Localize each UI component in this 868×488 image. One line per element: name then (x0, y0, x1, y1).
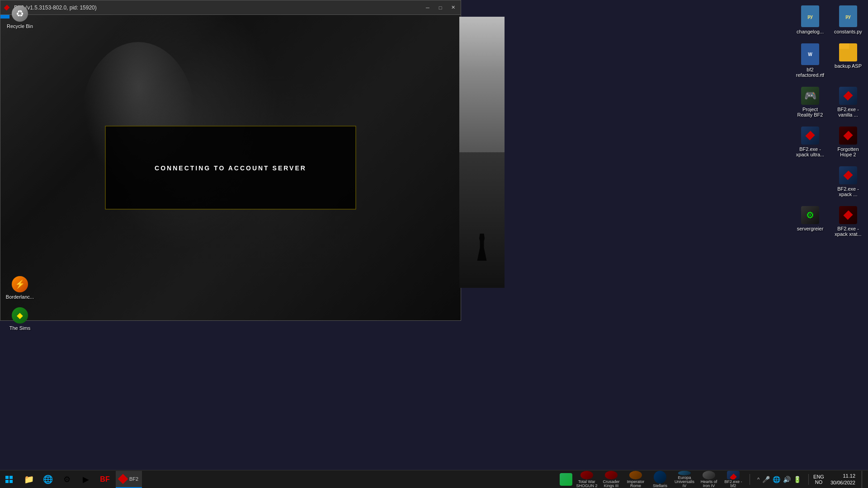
ck3-taskbar-label: Crusader Kings III (599, 480, 623, 488)
desktop-icon-bf2-xpack-xrat[interactable]: BF2.exe - xpack xrat... (832, 204, 864, 239)
side-preview-top (459, 17, 505, 152)
hoi4-taskbar-label: Hearts of Iron IV (697, 480, 721, 488)
shogun2-taskbar-icon (580, 471, 593, 479)
bf2-vanilla-label: BF2.exe - vanilla ... (834, 107, 863, 117)
clock-time: 11.12 (830, 473, 855, 479)
app5-icon: BF (100, 475, 109, 483)
imp-rome-taskbar-icon (629, 471, 642, 479)
taskbar-shogun2[interactable]: Total War SHOGUN 2 (575, 471, 599, 488)
backup-asp-icon (839, 43, 857, 61)
start-button[interactable] (0, 470, 18, 488)
desktop-icon-bf2-xpack-ultra[interactable]: BF2.exe - xpack ultra... (794, 125, 826, 159)
recycle-bin-label: Recycle Bin (7, 23, 33, 29)
bf2-xpack-xrat-label: BF2.exe - xpack xrat... (834, 226, 863, 237)
system-clock[interactable]: 11.12 30/06/2022 (827, 473, 859, 486)
terminal-icon: ▶ (83, 474, 89, 484)
desktop-icon-changelog[interactable]: py changelog... (794, 4, 826, 36)
bf2-exe-taskbar-icon (727, 471, 740, 479)
bf2-xpack-xrat-icon (839, 206, 857, 224)
window-titlebar[interactable]: BF2 (v1.5.3153-802.0, pid: 15920) ─ □ ✕ (0, 0, 461, 15)
lang-text: ENG NO (813, 474, 824, 485)
sims-label: The Sims (9, 325, 30, 331)
borderlands-icon: ⚡ (12, 276, 28, 292)
right-icons-row-3: 🎮 Project Reality BF2 BF2.exe - vanilla … (794, 85, 864, 119)
game-content: CONNECTING TO ACCOUNT SERVER (0, 15, 461, 320)
taskbar-edge-btn[interactable]: 🌐 (39, 471, 57, 488)
taskbar-bf2-exe[interactable]: BF2.exe - bf2 (722, 471, 745, 488)
taskbar-app5-btn[interactable]: BF (96, 471, 114, 488)
stellaris-taskbar-icon (654, 471, 666, 483)
proj-reality-icon: 🎮 (801, 87, 819, 105)
forgotten-hope2-icon (839, 127, 857, 145)
tray-divider (750, 474, 750, 485)
side-preview-panel (459, 17, 505, 288)
taskbar-imp-rome[interactable]: Imperator Rome (624, 471, 647, 488)
changelog-icon: py (801, 5, 819, 27)
bf2-window-label: BF2 (129, 476, 138, 482)
eu4-taskbar-label: Europa Universalis IV (673, 476, 696, 488)
loading-progress-bar (0, 15, 9, 19)
desktop-icon-servergreier[interactable]: ⚙ servergreier (794, 204, 826, 239)
desktop-icon-bf2-xpack[interactable]: BF2.exe - xpack ... (832, 164, 864, 199)
right-icons-row-1: py changelog... py constants.py (794, 4, 864, 36)
desktop-icon-forgotten-hope2[interactable]: Forgotten Hope 2 (832, 125, 864, 159)
taskbar-eu4[interactable]: Europa Universalis IV (673, 471, 696, 488)
constants-py-icon: py (839, 5, 857, 27)
recycle-bin-icon: ♻ (12, 5, 28, 22)
taskbar-partial-game[interactable] (558, 471, 574, 488)
desktop-icon-bf2-rtf[interactable]: W bf2 refactored.rtf (794, 42, 826, 80)
quick-launch-buttons: 📁 🌐 ⚙ ▶ BF (18, 471, 116, 488)
desktop: BF2 (v1.5.3153-802.0, pid: 15920) ─ □ ✕ … (0, 0, 868, 488)
desktop-icons-left: ♻ Recycle Bin ⚡ Borderlanc... ◆ The Sims (4, 4, 36, 333)
taskbar-games-group: Total War SHOGUN 2 Crusader Kings III Im… (558, 471, 745, 488)
desktop-icon-constants-py[interactable]: py constants.py (832, 4, 864, 36)
edge-icon: 🌐 (43, 474, 53, 484)
partial-game-icon (560, 473, 572, 486)
forgotten-hope2-label: Forgotten Hope 2 (834, 146, 863, 157)
sims-icon: ◆ (12, 307, 28, 324)
soldier-silhouette (475, 234, 489, 261)
bf2-xpack-ultra-icon (801, 127, 819, 145)
connecting-text: CONNECTING TO ACCOUNT SERVER (155, 164, 307, 171)
bf2-rtf-label: bf2 refactored.rtf (796, 67, 825, 78)
backup-asp-label: backup ASP (835, 63, 862, 69)
servergreier-icon: ⚙ (801, 206, 819, 224)
bf2-exe-taskbar-label: BF2.exe - bf2 (722, 480, 745, 488)
mic-icon[interactable]: 🎤 (762, 476, 770, 483)
bf2-xpack-label: BF2.exe - xpack ... (834, 186, 863, 197)
right-icons-row-5: BF2.exe - xpack ... (794, 164, 864, 199)
close-button[interactable]: ✕ (447, 3, 459, 12)
windows-logo-icon (5, 476, 13, 483)
taskbar-hoi4[interactable]: Hearts of Iron IV (697, 471, 721, 488)
eu4-taskbar-icon (678, 471, 691, 475)
battery-icon[interactable]: 🔋 (793, 476, 801, 483)
taskbar-file-explorer-btn[interactable]: 📁 (20, 471, 38, 488)
taskbar-bf2-window-btn[interactable]: BF2 (116, 471, 142, 488)
desktop-icon-proj-reality[interactable]: 🎮 Project Reality BF2 (794, 85, 826, 119)
taskbar-terminal-btn[interactable]: ▶ (77, 471, 95, 488)
notification-chevron[interactable]: ^ (757, 477, 760, 482)
system-tray: ^ 🎤 🌐 🔊 🔋 (755, 476, 804, 483)
bf2-rtf-icon: W (801, 43, 819, 65)
right-icons-row-2: W bf2 refactored.rtf backup ASP (794, 42, 864, 80)
taskbar-settings-btn[interactable]: ⚙ (58, 471, 76, 488)
taskbar-stellaris[interactable]: Stellaris (648, 471, 672, 488)
desktop-icon-sims[interactable]: ◆ The Sims (4, 305, 36, 333)
lang-divider (808, 474, 809, 485)
desktop-icon-borderlands[interactable]: ⚡ Borderlanc... (4, 274, 36, 302)
language-indicator[interactable]: ENG NO (813, 474, 824, 485)
servergreier-label: servergreier (797, 226, 824, 231)
desktop-icon-backup-asp[interactable]: backup ASP (832, 42, 864, 80)
network-icon[interactable]: 🌐 (773, 476, 780, 483)
bf2-window-icon (118, 474, 128, 484)
taskbar: 📁 🌐 ⚙ ▶ BF BF2 (0, 470, 868, 488)
taskbar-ck3[interactable]: Crusader Kings III (599, 471, 623, 488)
show-desktop-btn[interactable] (862, 471, 864, 488)
desktop-icon-bf2-vanilla[interactable]: BF2.exe - vanilla ... (832, 85, 864, 119)
minimize-button[interactable]: ─ (422, 3, 434, 12)
volume-icon[interactable]: 🔊 (783, 476, 791, 483)
shogun2-taskbar-label: Total War SHOGUN 2 (575, 480, 599, 488)
file-explorer-icon: 📁 (24, 474, 34, 484)
changelog-label: changelog... (797, 29, 824, 34)
maximize-button[interactable]: □ (434, 3, 446, 12)
